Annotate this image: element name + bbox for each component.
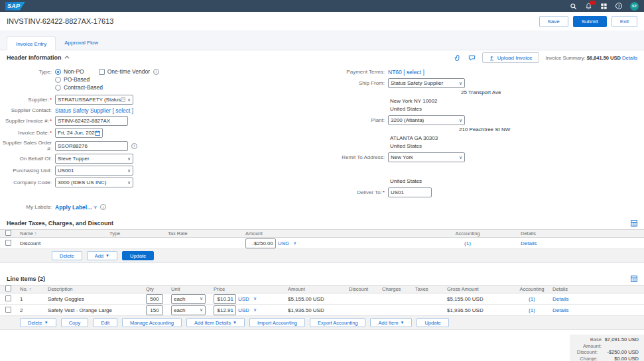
line-item-2-amount: $1,936.50 USD [288, 307, 349, 313]
avatar[interactable]: ST [630, 2, 639, 11]
discount-accounting-link[interactable]: (1) [464, 240, 471, 246]
tab-approval-flow[interactable]: Approval Flow [56, 36, 107, 50]
discount-total-value: -$250.00 USD [600, 349, 639, 356]
deliver-to-label: Deliver To:* [318, 189, 388, 195]
items-copy-button[interactable]: Copy [61, 318, 89, 327]
line-item-1-details-link[interactable]: Details [552, 296, 568, 302]
chevron-down-icon: ∨ [200, 307, 203, 313]
on-behalf-label: On Behalf Of: [0, 156, 55, 162]
items-export-accounting-button[interactable]: Export Accounting [310, 318, 365, 327]
plant-select[interactable]: 3200 (Atlanta) ∨ [388, 115, 465, 125]
discount-row-checkbox[interactable] [5, 240, 11, 246]
payment-terms-select-link[interactable]: NT60 [ select ] [388, 69, 424, 76]
line-item-1-qty-input[interactable] [146, 294, 163, 304]
submit-button[interactable]: Submit [573, 16, 607, 27]
supplier-invoice-input[interactable] [55, 116, 128, 126]
chevron-down-icon: ∨ [459, 81, 462, 86]
my-labels-info-icon[interactable]: i [100, 204, 106, 210]
line-item-2-accounting-link[interactable]: (1) [529, 307, 535, 313]
line-item-1-gross: $5,155.00 USD [447, 296, 511, 302]
taxes-delete-button[interactable]: Delete [52, 251, 82, 260]
chevron-down-icon: ∨ [127, 156, 131, 162]
radio-po-based[interactable] [55, 77, 61, 83]
line-item-1-currency-link[interactable]: USD [238, 296, 249, 302]
header-taxes-section: Header Taxes, Charges, and Discount Name… [0, 220, 644, 263]
taxes-add-button[interactable]: Add▼ [87, 251, 117, 260]
line-item-2-checkbox[interactable] [5, 307, 11, 313]
discount-amount-input[interactable] [245, 238, 276, 248]
on-behalf-select[interactable]: Steve Tupper ∨ [55, 154, 133, 164]
invoice-summary-details-link[interactable]: Details [622, 55, 637, 61]
items-add-item-details-button[interactable]: Add Item Details▼ [186, 318, 245, 327]
sales-order-info-icon[interactable]: i [131, 143, 137, 149]
discount-details-link[interactable]: Details [521, 240, 537, 246]
collapse-chevron-icon[interactable] [64, 56, 70, 60]
plant-address-line3: United States [390, 143, 422, 149]
line-item-1-accounting-link[interactable]: (1) [529, 296, 535, 302]
supplier-lookup-icon [121, 97, 125, 102]
radio-contract-based[interactable] [55, 85, 61, 91]
items-col-details: Details [552, 286, 644, 292]
save-button[interactable]: Save [539, 16, 568, 27]
items-col-accounting: Accounting [511, 286, 552, 292]
remit-to-select[interactable]: New York ∨ [388, 152, 465, 162]
table-settings-icon[interactable] [631, 220, 637, 227]
avatar-initials: ST [632, 4, 637, 8]
exit-button[interactable]: Exit [612, 16, 637, 27]
line-item-2-details-link[interactable]: Details [552, 307, 568, 313]
calendar-icon[interactable] [95, 130, 100, 136]
line-item-2-currency-link[interactable]: USD [238, 307, 249, 313]
items-import-accounting-button[interactable]: Import Accounting [249, 318, 305, 327]
items-select-all-checkbox[interactable] [5, 285, 11, 291]
items-edit-button[interactable]: Edit [93, 318, 117, 327]
taxes-col-amount: Amount [245, 231, 415, 236]
taxes-update-button[interactable]: Update [122, 251, 154, 260]
apps-icon[interactable] [600, 2, 608, 10]
search-icon[interactable] [569, 2, 577, 10]
notification-badge [590, 1, 596, 5]
top-app-bar: SAP ? ST [0, 0, 644, 12]
apply-label-link[interactable]: Apply Label... [55, 204, 92, 211]
remit-to-address-line1: United States [390, 178, 422, 184]
sap-logo[interactable]: SAP [5, 2, 25, 11]
company-code-select[interactable]: 3000 (IDES US INC) ∨ [55, 178, 133, 187]
taxes-col-details: Details [521, 231, 644, 236]
comments-icon[interactable] [468, 54, 476, 62]
caret-down-icon: ▼ [233, 321, 237, 325]
one-time-vendor-label: One-time Vendor [107, 68, 150, 75]
sales-order-input[interactable] [55, 141, 128, 151]
items-manage-accounting-button[interactable]: Manage Accounting [122, 318, 182, 327]
supplier-contact-select-link[interactable]: Status Safety Supplier [ select ] [55, 107, 133, 114]
invoice-totals-panel: Base Amount:$7,091.50 USD Discount:-$250… [570, 335, 644, 361]
tab-invoice-entry[interactable]: Invoice Entry [7, 36, 56, 50]
invoice-date-label: Invoice Date:* [0, 130, 55, 136]
radio-non-po[interactable] [55, 69, 61, 75]
line-item-2-gross: $1,936.50 USD [447, 307, 511, 313]
chevron-down-icon: ∨ [127, 168, 131, 174]
checkbox-one-time-vendor[interactable] [99, 69, 105, 75]
items-delete-button[interactable]: Delete▼ [20, 318, 56, 327]
header-information-title: Header Information [7, 54, 62, 61]
items-update-button[interactable]: Update [417, 318, 448, 327]
ship-from-select[interactable]: Status Safety Supplier ∨ [388, 78, 465, 88]
supplier-select[interactable]: STRATUSSAFETY (Status Safety Suppl... ∨ [55, 95, 133, 105]
attachment-paperclip-icon[interactable] [454, 54, 462, 62]
table-settings-icon[interactable] [631, 276, 637, 282]
charge-total-label: Charge: [580, 356, 598, 361]
line-item-2-qty-input[interactable] [146, 305, 163, 315]
one-time-vendor-info-icon[interactable]: i [153, 69, 159, 75]
line-item-1-price-input[interactable] [214, 294, 236, 304]
help-icon[interactable]: ? [615, 2, 623, 10]
line-item-2-unit-select[interactable]: each∨ [171, 305, 206, 315]
line-item-1-unit-select[interactable]: each∨ [171, 294, 206, 304]
invoice-date-input[interactable]: Fri, 24 Jun, 2022 [55, 128, 103, 138]
deliver-to-input[interactable] [388, 187, 432, 197]
notifications-bell-icon[interactable] [584, 2, 592, 10]
line-item-1-checkbox[interactable] [5, 295, 11, 301]
taxes-select-all-checkbox[interactable] [5, 230, 11, 236]
purchasing-unit-select[interactable]: US001 ∨ [55, 166, 133, 176]
line-item-2-price-input[interactable] [214, 305, 236, 315]
upload-invoice-button[interactable]: Upload Invoice [482, 52, 539, 63]
discount-currency-link[interactable]: USD [278, 240, 289, 246]
items-add-item-button[interactable]: Add Item▼ [370, 318, 412, 327]
